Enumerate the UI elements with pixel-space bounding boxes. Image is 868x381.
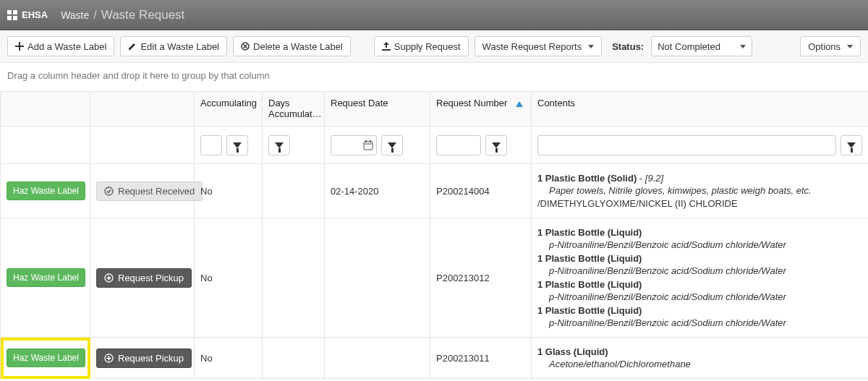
breadcrumb-sep: / <box>93 9 96 22</box>
pencil-icon <box>128 42 137 51</box>
funnel-icon <box>275 142 284 148</box>
funnel-icon <box>233 142 242 148</box>
delete-waste-label-text: Delete a Waste Label <box>253 41 343 52</box>
grid-icon <box>7 10 17 20</box>
filter-row <box>1 127 869 164</box>
cell-request-date <box>325 338 430 379</box>
waste-reports-text: Waste Request Reports <box>482 41 582 52</box>
header-row: Accumulating Days Accumulat… Request Dat… <box>1 92 869 127</box>
request-pickup-button[interactable]: Request Pickup <box>96 268 192 288</box>
table-row: Haz Waste LabelRequest PickupNoP20021301… <box>1 218 869 338</box>
cell-request-number: P200213011 <box>430 338 532 379</box>
header-request-date[interactable]: Request Date <box>325 92 430 127</box>
cell-request-number: P200213012 <box>430 218 532 338</box>
svg-rect-5 <box>364 142 373 150</box>
cell-accumulating: No <box>195 218 263 338</box>
cell-days <box>263 218 325 338</box>
filter-contents-btn[interactable] <box>841 135 862 155</box>
cell-contents: 1 Plastic Bottle (Solid) - [9.2]Paper to… <box>532 164 869 218</box>
table-row: Haz Waste LabelRequest ReceivedNo02-14-2… <box>1 164 869 218</box>
funnel-icon <box>388 142 396 148</box>
cell-accumulating: No <box>195 338 263 379</box>
breadcrumb-section[interactable]: Waste <box>61 9 89 21</box>
request-received-badge: Request Received <box>96 181 203 201</box>
haz-waste-label-button[interactable]: Haz Waste Label <box>7 348 85 367</box>
plus-icon <box>15 42 24 51</box>
haz-waste-label-button[interactable]: Haz Waste Label <box>7 268 85 287</box>
waste-request-grid: Accumulating Days Accumulat… Request Dat… <box>0 91 868 379</box>
filter-date-input[interactable] <box>331 135 377 155</box>
delete-waste-label-button[interactable]: Delete a Waste Label <box>233 36 351 56</box>
svg-rect-2 <box>7 16 12 20</box>
plus-circle-icon <box>104 354 114 363</box>
options-dropdown[interactable]: Options <box>800 36 861 56</box>
svg-rect-1 <box>13 10 17 14</box>
filter-accumulating-input[interactable] <box>200 135 222 155</box>
delete-icon <box>241 42 250 51</box>
header-request-number-text: Request Number <box>436 98 507 108</box>
calendar-icon <box>363 140 373 150</box>
table-row: Haz Waste LabelRequest PickupNoP20021301… <box>1 338 869 379</box>
status-value: Not Completed <box>658 41 720 52</box>
chevron-down-icon <box>588 45 594 48</box>
filter-date-btn[interactable] <box>381 135 403 155</box>
filter-days-btn[interactable] <box>268 135 290 155</box>
add-waste-label-button[interactable]: Add a Waste Label <box>7 36 114 56</box>
plus-circle-icon <box>104 273 114 283</box>
top-nav: EHSA Waste / Waste Request <box>0 0 868 30</box>
request-pickup-button[interactable]: Request Pickup <box>96 348 192 368</box>
options-text: Options <box>808 41 841 52</box>
add-waste-label-text: Add a Waste Label <box>27 41 106 52</box>
cell-days <box>263 164 325 218</box>
toolbar: Add a Waste Label Edit a Waste Label Del… <box>0 30 868 63</box>
cell-request-date <box>325 218 430 338</box>
filter-number-btn[interactable] <box>485 135 507 155</box>
chevron-down-icon <box>847 45 853 48</box>
edit-waste-label-text: Edit a Waste Label <box>140 41 219 52</box>
app-name: EHSA <box>22 9 48 20</box>
status-select[interactable]: Not Completed <box>651 36 752 56</box>
breadcrumb-page: Waste Request <box>101 8 185 22</box>
svg-rect-0 <box>7 10 12 14</box>
waste-reports-dropdown[interactable]: Waste Request Reports <box>475 36 603 56</box>
supply-request-text: Supply Request <box>394 41 461 52</box>
sort-asc-icon <box>516 101 523 107</box>
cell-contents: 1 Plastic Bottle (Liquid)p-Nitroaniline/… <box>532 218 869 338</box>
supply-request-button[interactable]: Supply Request <box>374 36 469 56</box>
svg-rect-7 <box>370 140 371 142</box>
filter-contents-input[interactable] <box>537 135 836 155</box>
app-logo[interactable]: EHSA <box>7 9 48 20</box>
header-blank-1[interactable] <box>1 92 90 127</box>
funnel-icon <box>847 142 856 148</box>
svg-rect-6 <box>365 140 367 142</box>
header-blank-2[interactable] <box>90 92 195 127</box>
cell-days <box>263 338 325 379</box>
filter-number-input[interactable] <box>436 135 481 155</box>
haz-waste-label-button[interactable]: Haz Waste Label <box>7 181 85 200</box>
header-contents[interactable]: Contents <box>532 92 869 127</box>
cell-request-number: P200214004 <box>430 164 532 218</box>
cell-request-date: 02-14-2020 <box>325 164 430 218</box>
svg-rect-3 <box>13 16 17 20</box>
filter-accumulating-btn[interactable] <box>226 135 248 155</box>
cell-accumulating: No <box>195 164 263 218</box>
header-request-number[interactable]: Request Number <box>430 92 532 127</box>
header-days[interactable]: Days Accumulat… <box>263 92 325 127</box>
check-icon <box>104 187 114 196</box>
upload-icon <box>382 42 391 51</box>
cell-contents: 1 Glass (Liquid)Acetone/ethanol/Dichloro… <box>532 338 869 379</box>
funnel-icon <box>492 142 501 148</box>
header-accumulating[interactable]: Accumulating <box>195 92 263 127</box>
edit-waste-label-button[interactable]: Edit a Waste Label <box>120 36 227 56</box>
groupby-dropzone[interactable]: Drag a column header and drop it here to… <box>0 63 868 91</box>
status-label: Status: <box>612 41 644 52</box>
chevron-down-icon <box>740 45 746 48</box>
